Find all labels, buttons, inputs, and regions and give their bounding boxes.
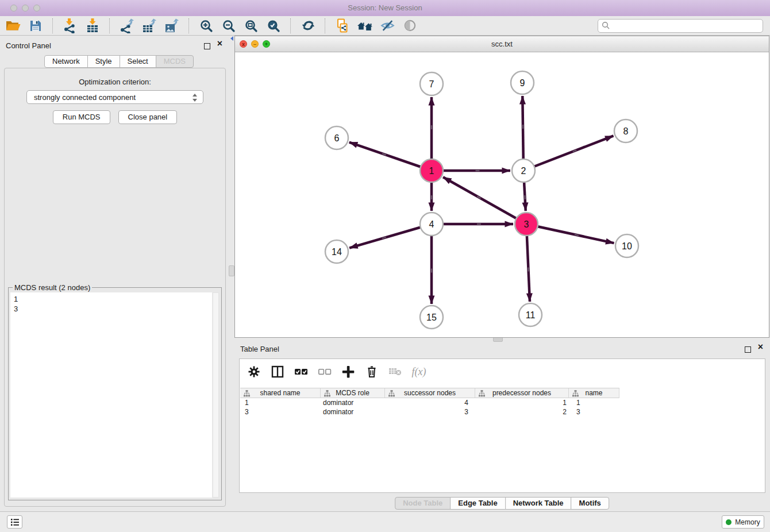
table-cell[interactable]: dominator <box>321 407 385 417</box>
import-table-icon[interactable] <box>84 17 101 34</box>
close-panel-icon[interactable]: × <box>217 39 222 48</box>
graph-node-label: 4 <box>429 219 434 229</box>
float-table-panel-icon[interactable] <box>745 346 751 353</box>
toolbar-separator <box>188 18 190 33</box>
run-mcds-button[interactable]: Run MCDS <box>53 110 110 124</box>
list-icon <box>10 518 20 526</box>
table-panel: Table Panel × <box>234 342 770 511</box>
splitter-collapse-icon[interactable] <box>230 36 234 42</box>
network-view-window: x – + scc.txt 1234678910111415 <box>234 36 769 338</box>
column-header-MCDS-role[interactable]: MCDS role <box>321 388 385 398</box>
window-title: Session: New Session <box>0 3 770 12</box>
node-table: shared nameMCDS rolesuccessor nodesprede… <box>240 388 619 417</box>
zoom-fit-icon[interactable] <box>242 17 260 34</box>
column-header-name[interactable]: name <box>569 388 619 398</box>
graph-node-label: 15 <box>426 313 437 322</box>
edge-label-mark <box>431 269 432 273</box>
graph-edge-3-1[interactable] <box>443 177 526 224</box>
add-column-icon[interactable] <box>341 364 356 379</box>
zoom-out-icon[interactable] <box>220 17 237 34</box>
table-cell[interactable]: 1 <box>569 398 619 407</box>
graph-node-label: 1 <box>429 166 434 176</box>
search-icon <box>602 21 610 30</box>
edge-label-mark <box>431 125 432 129</box>
tab-network[interactable]: Network <box>44 55 88 68</box>
home-neighbors-icon[interactable] <box>356 17 374 34</box>
table-row[interactable]: 1dominator411 <box>240 398 619 407</box>
show-column-panel-icon[interactable] <box>270 364 285 379</box>
table-cell[interactable]: 3 <box>240 407 321 417</box>
close-panel-button[interactable]: Close panel <box>118 110 178 124</box>
tab-motifs[interactable]: Motifs <box>571 497 609 510</box>
table-cell[interactable]: 1 <box>240 398 321 407</box>
network-canvas[interactable]: 1234678910111415 <box>235 52 769 337</box>
search-input[interactable] <box>610 20 763 32</box>
table-header-row: shared nameMCDS rolesuccessor nodesprede… <box>240 388 619 398</box>
table-cell[interactable]: 2 <box>475 407 569 417</box>
criterion-select[interactable]: strongly connected component <box>26 90 203 104</box>
refresh-view-icon[interactable] <box>299 17 317 34</box>
edge-label-mark <box>477 223 481 225</box>
import-network-icon[interactable] <box>61 17 79 34</box>
memory-button-label: Memory <box>735 518 760 526</box>
control-panel-tabs: NetworkStyleSelectMCDS <box>45 55 194 68</box>
close-table-panel-icon[interactable]: × <box>758 342 763 352</box>
export-image-icon[interactable] <box>163 17 180 34</box>
select-stepper-icon <box>192 93 198 102</box>
tab-edge-table[interactable]: Edge Table <box>450 497 505 510</box>
criterion-select-value: strongly connected component <box>34 93 136 102</box>
table-cell[interactable]: 3 <box>569 407 619 417</box>
table-cell[interactable]: dominator <box>321 398 385 407</box>
tab-select[interactable]: Select <box>120 55 156 68</box>
graph-edge-1-6[interactable] <box>349 142 432 171</box>
mcds-result-group: MCDS result (2 nodes) 13 <box>8 283 222 500</box>
table-row[interactable]: 3dominator323 <box>240 407 619 417</box>
tab-node-table[interactable]: Node Table <box>395 497 451 510</box>
table-cell[interactable]: 4 <box>385 398 475 407</box>
graph-edge-2-8[interactable] <box>523 136 614 171</box>
tab-network-table[interactable]: Network Table <box>505 497 572 510</box>
graph-node-label: 2 <box>521 166 526 176</box>
zoom-selected-icon[interactable] <box>265 17 282 34</box>
function-builder-icon-disabled: f(x) <box>411 364 426 379</box>
column-header-shared-name[interactable]: shared name <box>240 388 321 398</box>
table-cell[interactable]: 1 <box>475 398 569 407</box>
application-window: Session: New Session <box>0 0 770 532</box>
graph-edge-3-10[interactable] <box>526 224 614 243</box>
column-header-successor-nodes[interactable]: successor nodes <box>385 388 475 398</box>
graph-node-label: 14 <box>332 247 342 257</box>
open-session-icon[interactable] <box>5 17 22 34</box>
toolbar-separator <box>325 18 326 33</box>
export-table-icon[interactable] <box>141 17 158 34</box>
node-table-view: f(x) shared nameMCDS rolesuccessor nodes… <box>239 358 765 493</box>
graph-node-label: 8 <box>623 126 629 136</box>
zoom-in-icon[interactable] <box>198 17 215 34</box>
control-panel: Control Panel × NetworkStyleSelectMCDS O… <box>0 36 230 511</box>
column-header-predecessor-nodes[interactable]: predecessor nodes <box>475 388 569 398</box>
toolbar-separator <box>109 18 110 33</box>
export-network-icon[interactable] <box>118 17 136 34</box>
graph-edge-4-14[interactable] <box>349 224 432 248</box>
mcds-result-list: 13 <box>10 292 212 498</box>
deselect-all-columns-icon[interactable] <box>317 364 332 379</box>
control-panel-title: Control Panel <box>6 41 51 50</box>
mcds-result-line: 1 <box>14 294 209 304</box>
tab-mcds[interactable]: MCDS <box>156 55 194 68</box>
task-history-button[interactable] <box>7 515 22 529</box>
float-panel-icon[interactable] <box>204 43 210 49</box>
show-graphics-details-icon[interactable] <box>401 17 418 34</box>
delete-column-trash-icon[interactable] <box>364 364 379 379</box>
table-settings-gear-icon[interactable] <box>247 364 261 379</box>
vertical-splitter-handle[interactable] <box>229 265 234 276</box>
result-scrollbar[interactable] <box>213 292 219 498</box>
select-all-columns-icon[interactable] <box>294 364 309 379</box>
window-titlebar: Session: New Session <box>0 0 770 17</box>
table-cell[interactable]: 3 <box>385 407 475 417</box>
clone-network-icon[interactable] <box>334 17 351 34</box>
graph-node-label: 7 <box>429 79 434 89</box>
edge-label-mark <box>431 195 432 199</box>
save-session-icon[interactable] <box>27 17 44 34</box>
tab-style[interactable]: Style <box>87 55 120 68</box>
hide-graphics-details-icon[interactable] <box>379 17 396 34</box>
memory-button[interactable]: Memory <box>722 515 764 529</box>
